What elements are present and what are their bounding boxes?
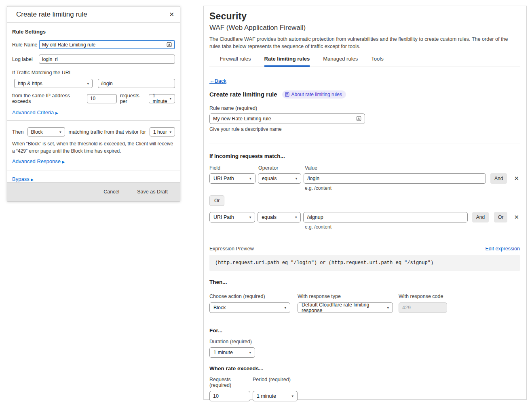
save-as-draft-button[interactable]: Save as Draft [137, 189, 168, 195]
period-select[interactable]: 1 minute ▾ [149, 94, 175, 103]
dialog-title: Create rate limiting rule [16, 10, 87, 19]
expression-preview: (http.request.uri.path eq "/login") or (… [209, 255, 520, 271]
remove-condition-icon[interactable]: ✕ [513, 214, 520, 221]
dialog-body: Rule Settings Rule Name Log label If Tra… [7, 23, 180, 182]
remove-condition-icon[interactable]: ✕ [513, 175, 520, 182]
requests-input[interactable] [213, 393, 247, 399]
dialog-header: Create rate limiting rule ✕ [7, 6, 180, 23]
log-label-input[interactable] [42, 57, 172, 62]
rule-name-input[interactable] [42, 42, 164, 48]
rule-name-field[interactable] [209, 113, 365, 124]
dialog-footer: Cancel Save as Draft [7, 182, 180, 201]
cancel-button[interactable]: Cancel [103, 189, 119, 195]
back-label: Back [215, 78, 226, 84]
response-code-label: With response code [399, 294, 443, 299]
threshold-prefix: from the same IP address exceeds [12, 93, 84, 104]
create-rate-limiting-rule-dialog: Create rate limiting rule ✕ Rule Setting… [7, 6, 180, 201]
action-select[interactable]: Block ▾ [27, 127, 65, 136]
scheme-select[interactable]: http & https ▾ [14, 79, 93, 88]
tab-managed-rules[interactable]: Managed rules [323, 56, 358, 67]
chevron-down-icon: ▾ [84, 82, 89, 86]
chevron-down-icon: ▾ [246, 350, 251, 355]
chevron-down-icon: ▾ [167, 97, 171, 101]
log-label-label: Log label [12, 57, 39, 62]
requests-field[interactable] [209, 391, 250, 401]
chevron-down-icon: ▾ [281, 306, 286, 310]
action-select-value: Block [213, 305, 226, 311]
or-connector-button[interactable]: Or [209, 195, 224, 206]
chevron-down-icon: ▾ [57, 130, 61, 134]
then-label: Then [12, 129, 24, 135]
or-button[interactable]: Or [494, 212, 507, 222]
chevron-down-icon: ▾ [167, 130, 171, 134]
chevron-down-icon: ▾ [292, 176, 298, 180]
duration-select-value: 1 minute [213, 350, 233, 355]
close-icon[interactable]: ✕ [169, 11, 174, 17]
response-code-input [402, 305, 443, 311]
action-select[interactable]: Block ▾ [209, 302, 290, 313]
operator-select-value: equals [262, 214, 277, 220]
value-input[interactable] [307, 214, 464, 220]
value-field[interactable] [303, 212, 467, 222]
operator-select[interactable]: equals ▾ [258, 173, 302, 184]
rules-tabs: Firewall rules Rate limiting rules Manag… [209, 56, 520, 67]
response-code-field [399, 302, 447, 313]
threshold-field[interactable] [87, 94, 117, 103]
rule-name-helper: Give your rule a descriptive name [209, 126, 520, 132]
rule-name-input[interactable] [213, 116, 354, 122]
url-field[interactable] [98, 79, 175, 88]
period-select-value: 1 minute [152, 93, 167, 104]
value-field[interactable] [304, 173, 486, 184]
log-label-field[interactable] [39, 55, 175, 64]
field-column-label: Field [209, 165, 258, 171]
advanced-response-link[interactable]: Advanced Response ▶ [12, 158, 175, 164]
rule-settings-heading: Rule Settings [12, 29, 175, 35]
bypass-label: Bypass [12, 176, 30, 182]
and-button[interactable]: And [490, 173, 507, 184]
field-select-value: URI Path [213, 214, 234, 220]
rule-name-field[interactable] [39, 40, 175, 49]
security-waf-panel: Security WAF (Web Application Firewall) … [203, 6, 527, 400]
rule-name-label: Rule name (required) [209, 105, 520, 111]
field-select[interactable]: URI Path ▾ [209, 173, 255, 184]
tab-firewall-rules[interactable]: Firewall rules [220, 56, 251, 67]
back-arrow-icon: ← [209, 78, 215, 84]
value-column-label: Value [305, 165, 317, 171]
chevron-down-icon: ▾ [246, 215, 251, 219]
advanced-criteria-link[interactable]: Advanced Criteria ▶ [12, 109, 175, 115]
duration-select[interactable]: 1 minute ▾ [209, 347, 255, 358]
divider [7, 120, 180, 121]
choose-action-label: Choose action (required) [209, 294, 265, 299]
page-subtitle: WAF (Web Application Firewall) [209, 24, 520, 32]
operator-column-label: Operator [258, 165, 305, 171]
requests-label: Requests (required) [209, 377, 253, 388]
and-button[interactable]: And [472, 212, 489, 222]
back-link[interactable]: ←Back [209, 78, 226, 84]
duration-label: Duration (required) [209, 339, 520, 344]
value-hint: e.g. /content [305, 185, 520, 191]
condition-row: URI Path ▾ equals ▾ And ✕ [209, 173, 520, 184]
threshold-input[interactable] [90, 96, 114, 101]
about-rate-limiting-badge[interactable]: About rate limiting rules [282, 90, 346, 99]
url-input[interactable] [101, 81, 172, 86]
field-select[interactable]: URI Path ▾ [209, 212, 255, 222]
about-badge-label: About rate limiting rules [291, 92, 342, 97]
rate-period-value: 1 minute [257, 393, 276, 399]
bypass-link[interactable]: Bypass ▶ [12, 176, 175, 182]
operator-select[interactable]: equals ▾ [258, 212, 301, 222]
then-section-heading: Then... [209, 279, 520, 285]
scheme-select-value: http & https [18, 81, 42, 86]
block-duration-select[interactable]: 1 hour ▾ [150, 127, 175, 136]
tab-rate-limiting-rules[interactable]: Rate limiting rules [264, 56, 310, 67]
match-section-heading: If incoming requests match... [209, 153, 520, 159]
autofill-icon [167, 42, 172, 47]
advanced-response-label: Advanced Response [12, 158, 61, 164]
rate-period-select[interactable]: 1 minute ▾ [253, 391, 298, 401]
value-input[interactable] [307, 176, 482, 181]
autofill-icon [356, 116, 361, 121]
response-type-select[interactable]: Default Cloudflare rate limiting respons… [298, 302, 393, 313]
response-type-value: Default Cloudflare rate limiting respons… [302, 302, 384, 313]
tab-tools[interactable]: Tools [371, 56, 383, 67]
edit-expression-link[interactable]: Edit expression [486, 246, 520, 252]
value-hint: e.g. /content [305, 224, 520, 230]
